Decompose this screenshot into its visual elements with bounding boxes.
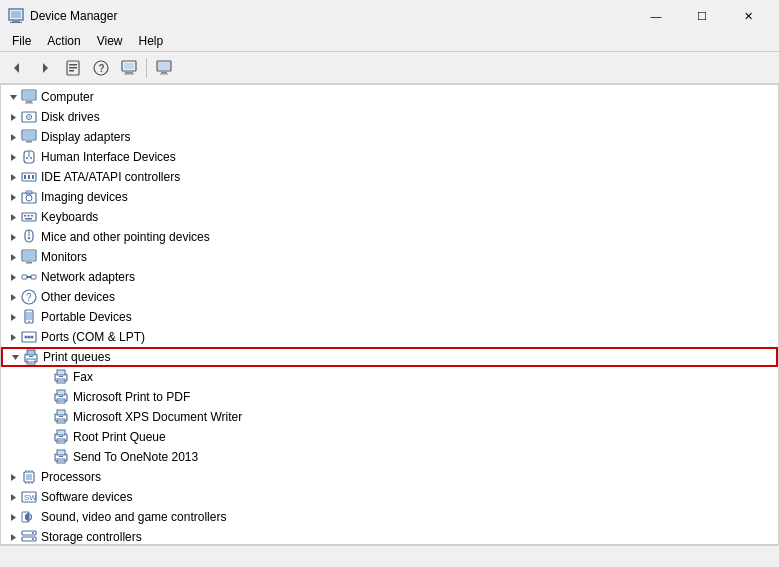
tree-item-ms-xps[interactable]: Microsoft XPS Document Writer [1, 407, 778, 427]
tree-item-print-queues[interactable]: Print queues [1, 347, 778, 367]
properties-button[interactable] [60, 55, 86, 81]
tree-item-other-devices[interactable]: ?Other devices [1, 287, 778, 307]
title-bar: Device Manager — ☐ ✕ [0, 0, 779, 30]
expand-icon-software-devices[interactable] [5, 489, 21, 505]
tree-item-network[interactable]: Network adapters [1, 267, 778, 287]
properties-icon [65, 60, 81, 76]
svg-point-37 [30, 157, 32, 159]
svg-rect-101 [59, 456, 63, 457]
svg-marker-65 [11, 294, 16, 301]
tree-item-send-onenote[interactable]: Send To OneNote 2013 [1, 447, 778, 467]
svg-rect-14 [125, 72, 133, 74]
expand-icon-ports[interactable] [5, 329, 21, 345]
svg-rect-104 [26, 474, 32, 480]
expand-icon-ms-xps[interactable] [37, 409, 53, 425]
tree-item-computer[interactable]: Computer [1, 87, 778, 107]
expand-icon-ide-ata[interactable] [5, 169, 21, 185]
expand-icon-display-adapters[interactable] [5, 129, 21, 145]
svg-rect-2 [12, 20, 20, 22]
main-content: ComputerDisk drivesDisplay adaptersHuman… [0, 84, 779, 545]
svg-rect-63 [31, 275, 36, 279]
expand-icon-monitors[interactable] [5, 249, 21, 265]
svg-marker-117 [11, 534, 16, 541]
svg-marker-114 [11, 514, 16, 521]
device-tree[interactable]: ComputerDisk drivesDisplay adaptersHuman… [1, 85, 778, 544]
svg-rect-17 [158, 62, 170, 70]
svg-rect-22 [23, 91, 35, 99]
svg-point-74 [25, 336, 28, 339]
expand-icon-mice[interactable] [5, 229, 21, 245]
device-icon-ms-xps [53, 409, 69, 425]
expand-icon-other-devices[interactable] [5, 289, 21, 305]
expand-icon-sound-video[interactable] [5, 509, 21, 525]
minimize-button[interactable]: — [633, 6, 679, 26]
menu-help[interactable]: Help [131, 32, 172, 50]
expand-icon-computer[interactable] [5, 89, 21, 105]
expand-icon-keyboards[interactable] [5, 209, 21, 225]
tree-item-sound-video[interactable]: Sound, video and game controllers [1, 507, 778, 527]
expand-icon-fax[interactable] [37, 369, 53, 385]
tree-item-root-queue[interactable]: Root Print Queue [1, 427, 778, 447]
expand-icon-network[interactable] [5, 269, 21, 285]
device-icon-sound-video [21, 509, 37, 525]
toolbar: ? [0, 52, 779, 84]
tree-item-mice[interactable]: Mice and other pointing devices [1, 227, 778, 247]
tree-item-software-devices[interactable]: SWSoftware devices [1, 487, 778, 507]
item-label-portable: Portable Devices [41, 310, 132, 324]
device-icon-other-devices: ? [21, 289, 37, 305]
tree-item-processors[interactable]: Processors [1, 467, 778, 487]
tree-item-ports[interactable]: Ports (COM & LPT) [1, 327, 778, 347]
expand-icon-ms-pdf[interactable] [37, 389, 53, 405]
svg-marker-29 [11, 134, 16, 141]
item-label-storage: Storage controllers [41, 530, 142, 544]
item-label-network: Network adapters [41, 270, 135, 284]
expand-icon-processors[interactable] [5, 469, 21, 485]
tree-item-fax[interactable]: Fax [1, 367, 778, 387]
back-button[interactable] [4, 55, 30, 81]
item-label-sound-video: Sound, video and game controllers [41, 510, 226, 524]
tree-item-portable[interactable]: Portable Devices [1, 307, 778, 327]
item-label-software-devices: Software devices [41, 490, 132, 504]
menu-action[interactable]: Action [39, 32, 88, 50]
tree-item-imaging[interactable]: Imaging devices [1, 187, 778, 207]
scan-button[interactable] [116, 55, 142, 81]
device-icon-ports [21, 329, 37, 345]
item-label-print-queues: Print queues [43, 350, 110, 364]
expand-icon-portable[interactable] [5, 309, 21, 325]
menu-view[interactable]: View [89, 32, 131, 50]
tree-item-display-adapters[interactable]: Display adapters [1, 127, 778, 147]
maximize-button[interactable]: ☐ [679, 6, 725, 26]
monitor-button[interactable] [151, 55, 177, 81]
svg-rect-49 [24, 215, 26, 217]
app-icon [8, 8, 24, 24]
expand-icon-human-interface[interactable] [5, 149, 21, 165]
svg-text:?: ? [99, 63, 105, 74]
device-icon-display-adapters [21, 129, 37, 145]
tree-item-ide-ata[interactable]: IDE ATA/ATAPI controllers [1, 167, 778, 187]
tree-item-disk-drives[interactable]: Disk drives [1, 107, 778, 127]
tree-item-ms-pdf[interactable]: Microsoft Print to PDF [1, 387, 778, 407]
window-title: Device Manager [30, 9, 117, 23]
tree-item-monitors[interactable]: Monitors [1, 247, 778, 267]
device-icon-disk-drives [21, 109, 37, 125]
close-button[interactable]: ✕ [725, 6, 771, 26]
menu-file[interactable]: File [4, 32, 39, 50]
expand-icon-root-queue[interactable] [37, 429, 53, 445]
scan-icon [121, 60, 137, 76]
tree-item-keyboards[interactable]: Keyboards [1, 207, 778, 227]
tree-item-storage[interactable]: Storage controllers [1, 527, 778, 544]
expand-icon-send-onenote[interactable] [37, 449, 53, 465]
svg-point-71 [28, 321, 30, 323]
help-button[interactable]: ? [88, 55, 114, 81]
expand-icon-disk-drives[interactable] [5, 109, 21, 125]
svg-rect-8 [69, 67, 77, 69]
svg-point-36 [26, 157, 28, 159]
forward-button[interactable] [32, 55, 58, 81]
svg-rect-87 [57, 390, 65, 395]
expand-icon-print-queues[interactable] [7, 349, 23, 365]
expand-icon-imaging[interactable] [5, 189, 21, 205]
svg-rect-23 [26, 101, 32, 103]
svg-rect-9 [69, 70, 74, 72]
tree-item-human-interface[interactable]: Human Interface Devices [1, 147, 778, 167]
expand-icon-storage[interactable] [5, 529, 21, 544]
